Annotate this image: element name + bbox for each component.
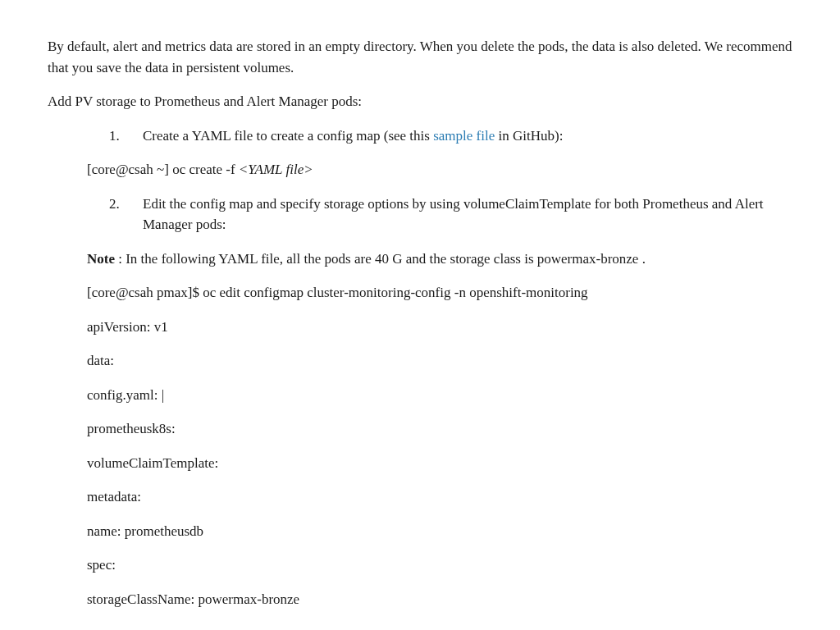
- yaml-line: name: prometheusdb: [87, 521, 792, 542]
- intro-paragraph: By default, alert and metrics data are s…: [48, 36, 792, 78]
- note-label: Note: [87, 251, 115, 267]
- instruction-heading: Add PV storage to Prometheus and Alert M…: [48, 91, 792, 112]
- yaml-line: volumeClaimTemplate:: [87, 453, 792, 474]
- sample-file-link[interactable]: sample file: [433, 128, 495, 144]
- command-create-arg: <YAML file>: [239, 162, 313, 177]
- step-1-text-prefix: Create a YAML file to create a config ma…: [143, 128, 433, 144]
- note-paragraph: Note : In the following YAML file, all t…: [87, 249, 792, 270]
- command-edit: [core@csah pmax]$ oc edit configmap clus…: [87, 282, 792, 304]
- yaml-line: config.yaml: |: [87, 385, 792, 406]
- yaml-line: metadata:: [87, 486, 792, 508]
- note-text: : In the following YAML file, all the po…: [115, 251, 646, 267]
- yaml-line: data:: [87, 350, 792, 372]
- step-1: Create a YAML file to create a config ma…: [123, 126, 792, 147]
- yaml-line: prometheusk8s:: [87, 418, 792, 440]
- step-1-text-suffix: in GitHub):: [495, 128, 563, 144]
- step-2: Edit the config map and specify storage …: [123, 194, 792, 235]
- command-create: [core@csah ~] oc create -f <YAML file>: [87, 159, 792, 180]
- yaml-line: apiVersion: v1: [87, 317, 792, 338]
- yaml-line: storageClassName: powermax-bronze: [87, 589, 792, 610]
- command-create-prefix: [core@csah ~] oc create -f: [87, 162, 239, 177]
- yaml-line: spec:: [87, 555, 792, 576]
- yaml-line: resources:: [87, 623, 792, 630]
